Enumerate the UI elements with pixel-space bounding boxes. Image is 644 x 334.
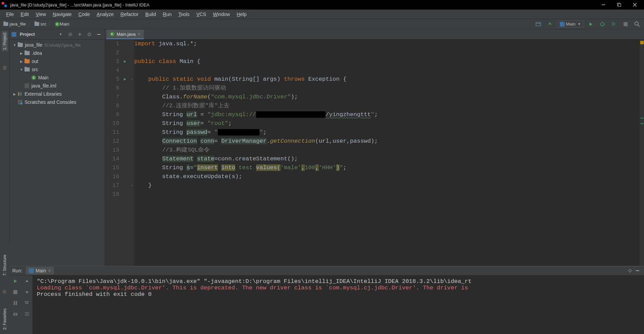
folder-icon [25,59,30,63]
app-icon [29,268,34,273]
bookmark-icon[interactable] [2,65,8,70]
editor-tab-main[interactable]: C Main.java × [106,30,144,39]
svg-rect-20 [12,32,16,37]
down-icon[interactable] [23,288,31,296]
run-gutter-icon[interactable]: ▶ [124,57,126,66]
locate-icon[interactable] [66,31,74,38]
crumb-java_file[interactable]: java_file [2,21,27,27]
svg-rect-39 [3,290,6,293]
project-title: Project [20,32,35,37]
run-config-select[interactable]: Main ▼ [557,20,584,28]
close-button[interactable] [627,0,643,10]
menu-vcs[interactable]: VCS [193,12,210,17]
run-icon[interactable] [586,20,596,28]
svg-point-38 [15,314,16,315]
console-output[interactable]: "C:\Program Files\Java\jdk-10.0.1\bin\ja… [33,275,644,334]
chevron-down-icon[interactable]: ▼ [59,32,62,36]
scroll-to-end-icon[interactable] [23,310,31,318]
chevron-right-icon: 〉 [28,21,32,27]
tree-item[interactable]: Scratches and Consoles [10,98,105,106]
menu-help[interactable]: Help [233,12,250,17]
svg-point-17 [635,22,638,25]
svg-point-30 [20,102,23,105]
menu-file[interactable]: File [3,12,17,17]
svg-rect-31 [29,268,34,273]
tree-item[interactable]: ▼java_fileD:\study2\java_file [10,41,105,49]
svg-line-18 [638,25,640,27]
svg-rect-2 [4,5,7,7]
search-icon[interactable] [632,20,642,28]
menu-window[interactable]: Window [210,12,234,17]
tree-item[interactable]: ▶.idea [10,49,105,57]
tree-item[interactable]: CMain [10,74,105,82]
maximize-button[interactable] [611,0,627,10]
breadcrumb: java_file〉src〉CMain [2,21,534,27]
run-tool-window: Run: Main × "C:\Program Files\Java\jdk-1… [10,266,644,334]
structure-tool-tab[interactable]: 7: Structure [2,253,7,277]
menu-run[interactable]: Run [159,12,175,17]
close-icon[interactable]: × [48,268,51,273]
expand-arrow-icon[interactable]: ▼ [12,43,17,47]
up-icon[interactable] [23,277,31,285]
rerun-icon[interactable] [12,277,19,285]
tree-item[interactable]: ▼src [10,65,105,74]
svg-rect-10 [560,22,565,27]
debug-icon[interactable] [598,20,607,28]
minimize-button[interactable] [596,0,611,10]
expand-arrow-icon[interactable]: ▼ [19,68,24,71]
tree-item[interactable]: java_file.iml [10,82,105,90]
tree-item[interactable]: ▶External Libraries [10,90,105,98]
crumb-main[interactable]: CMain [54,21,71,27]
menu-navigate[interactable]: Navigate [49,12,75,17]
svg-rect-35 [14,301,15,305]
stop-icon[interactable] [621,20,630,28]
run-toolbar-secondary [21,275,33,334]
folder-icon [25,51,30,55]
coverage-icon[interactable] [609,20,619,28]
crumb-src[interactable]: src [33,21,48,27]
run-label: Run: [12,268,23,273]
run-toolbar-primary [10,275,21,334]
menu-tools[interactable]: Tools [175,12,193,17]
project-tool-tab[interactable]: 1: Project [2,31,8,51]
class-icon: C [31,75,36,80]
expand-arrow-icon[interactable]: ▶ [19,51,24,55]
svg-rect-1 [2,2,4,4]
camera-icon[interactable] [12,310,19,318]
menu-code[interactable]: Code [75,12,93,17]
pause-icon[interactable] [12,299,19,307]
menu-build[interactable]: Build [142,12,159,17]
gear-icon[interactable] [626,267,634,274]
app-icon [560,22,565,27]
close-icon[interactable]: × [138,32,140,36]
stripe-mark [641,118,643,118]
sync-icon[interactable] [545,20,555,28]
stop-icon[interactable] [12,288,19,296]
menu-view[interactable]: View [32,12,49,17]
main-menu: FileEditViewNavigateCodeAnalyzeRefactorB… [0,10,644,19]
menu-analyze[interactable]: Analyze [93,12,117,17]
titlebar: java_file [D:\study2\java_file] - ...\sr… [0,0,644,10]
hide-icon[interactable] [634,267,641,274]
expand-arrow-icon[interactable]: ▶ [19,60,24,63]
gear-icon[interactable] [86,31,93,38]
editor-tab-label: Main.java [117,32,136,37]
class-icon: C [110,32,115,36]
left-toolstrip-bottom: 7: Structure 2: Favorites [0,245,10,334]
update-project-icon[interactable] [534,20,543,28]
svg-rect-34 [13,290,17,294]
expand-arrow-icon[interactable]: ▶ [12,92,17,96]
svg-rect-28 [21,92,22,96]
svg-rect-25 [25,83,29,88]
hide-icon[interactable] [95,31,103,38]
run-gutter-icon[interactable]: ▶ [124,75,126,84]
svg-rect-26 [18,92,19,96]
menu-edit[interactable]: Edit [17,12,32,17]
layers-icon[interactable] [2,289,8,295]
collapse-icon[interactable] [76,31,84,38]
tree-item[interactable]: ▶out [10,57,105,65]
softwrap-icon[interactable] [23,299,31,307]
favorites-tool-tab[interactable]: 2: Favorites [2,307,7,331]
run-tab[interactable]: Main × [26,267,54,274]
menu-refactor[interactable]: Refactor [117,12,142,17]
